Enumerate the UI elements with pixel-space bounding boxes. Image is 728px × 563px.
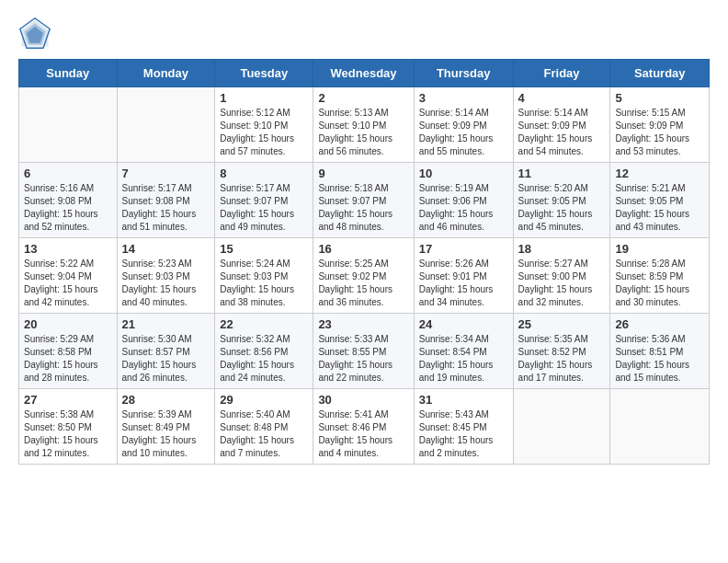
calendar-cell: 31Sunrise: 5:43 AMSunset: 8:45 PMDayligh… xyxy=(414,389,513,465)
calendar-cell: 29Sunrise: 5:40 AMSunset: 8:48 PMDayligh… xyxy=(215,389,313,465)
calendar-cell: 12Sunrise: 5:21 AMSunset: 9:05 PMDayligh… xyxy=(610,163,710,238)
day-number: 15 xyxy=(220,242,308,256)
day-number: 7 xyxy=(122,167,210,180)
day-info: Sunrise: 5:18 AMSunset: 9:07 PMDaylight:… xyxy=(318,182,408,234)
day-number: 29 xyxy=(220,393,308,407)
day-info: Sunrise: 5:33 AMSunset: 8:55 PMDaylight:… xyxy=(318,333,408,385)
day-number: 22 xyxy=(220,317,308,331)
day-info: Sunrise: 5:26 AMSunset: 9:01 PMDaylight:… xyxy=(419,258,508,309)
day-number: 31 xyxy=(419,393,508,407)
calendar-cell: 28Sunrise: 5:39 AMSunset: 8:49 PMDayligh… xyxy=(117,389,215,465)
calendar-cell: 14Sunrise: 5:23 AMSunset: 9:03 PMDayligh… xyxy=(117,238,215,314)
day-info: Sunrise: 5:43 AMSunset: 8:45 PMDaylight:… xyxy=(419,408,508,460)
calendar-cell: 22Sunrise: 5:32 AMSunset: 8:56 PMDayligh… xyxy=(215,314,313,389)
calendar-cell xyxy=(19,87,118,163)
calendar-cell: 26Sunrise: 5:36 AMSunset: 8:51 PMDayligh… xyxy=(610,314,710,389)
day-info: Sunrise: 5:22 AMSunset: 9:04 PMDaylight:… xyxy=(24,258,112,309)
day-number: 2 xyxy=(318,91,408,105)
day-info: Sunrise: 5:24 AMSunset: 9:03 PMDaylight:… xyxy=(220,258,308,309)
calendar-week-row: 6Sunrise: 5:16 AMSunset: 9:08 PMDaylight… xyxy=(19,163,710,238)
day-number: 5 xyxy=(615,91,704,105)
day-info: Sunrise: 5:25 AMSunset: 9:02 PMDaylight:… xyxy=(318,258,408,309)
day-number: 1 xyxy=(220,91,308,105)
day-number: 13 xyxy=(24,242,112,256)
day-info: Sunrise: 5:12 AMSunset: 9:10 PMDaylight:… xyxy=(220,107,308,158)
calendar-cell: 11Sunrise: 5:20 AMSunset: 9:05 PMDayligh… xyxy=(513,163,610,238)
day-number: 20 xyxy=(24,317,112,331)
day-number: 30 xyxy=(318,393,408,407)
day-number: 10 xyxy=(419,167,508,180)
calendar-cell: 2Sunrise: 5:13 AMSunset: 9:10 PMDaylight… xyxy=(313,87,414,163)
calendar-cell xyxy=(610,389,710,465)
calendar-week-row: 27Sunrise: 5:38 AMSunset: 8:50 PMDayligh… xyxy=(19,389,710,465)
day-info: Sunrise: 5:35 AMSunset: 8:52 PMDaylight:… xyxy=(518,333,606,385)
calendar-cell: 3Sunrise: 5:14 AMSunset: 9:09 PMDaylight… xyxy=(414,87,513,163)
calendar-cell: 9Sunrise: 5:18 AMSunset: 9:07 PMDaylight… xyxy=(313,163,414,238)
calendar-cell: 5Sunrise: 5:15 AMSunset: 9:09 PMDaylight… xyxy=(610,87,710,163)
calendar-cell: 16Sunrise: 5:25 AMSunset: 9:02 PMDayligh… xyxy=(313,238,414,314)
calendar-cell: 15Sunrise: 5:24 AMSunset: 9:03 PMDayligh… xyxy=(215,238,313,314)
calendar-week-row: 1Sunrise: 5:12 AMSunset: 9:10 PMDaylight… xyxy=(19,87,710,163)
calendar-cell: 20Sunrise: 5:29 AMSunset: 8:58 PMDayligh… xyxy=(19,314,118,389)
calendar-cell: 18Sunrise: 5:27 AMSunset: 9:00 PMDayligh… xyxy=(513,238,610,314)
calendar-header-sunday: Sunday xyxy=(19,60,118,87)
calendar-cell: 23Sunrise: 5:33 AMSunset: 8:55 PMDayligh… xyxy=(313,314,414,389)
day-info: Sunrise: 5:14 AMSunset: 9:09 PMDaylight:… xyxy=(419,107,508,158)
day-info: Sunrise: 5:20 AMSunset: 9:05 PMDaylight:… xyxy=(518,182,606,234)
day-info: Sunrise: 5:14 AMSunset: 9:09 PMDaylight:… xyxy=(518,107,606,158)
calendar-header-tuesday: Tuesday xyxy=(215,60,313,87)
calendar-cell: 19Sunrise: 5:28 AMSunset: 8:59 PMDayligh… xyxy=(610,238,710,314)
calendar-cell xyxy=(117,87,215,163)
day-info: Sunrise: 5:28 AMSunset: 8:59 PMDaylight:… xyxy=(615,258,704,309)
calendar-cell: 17Sunrise: 5:26 AMSunset: 9:01 PMDayligh… xyxy=(414,238,513,314)
calendar-cell: 13Sunrise: 5:22 AMSunset: 9:04 PMDayligh… xyxy=(19,238,118,314)
calendar-header-thursday: Thursday xyxy=(414,60,513,87)
calendar-cell: 10Sunrise: 5:19 AMSunset: 9:06 PMDayligh… xyxy=(414,163,513,238)
calendar-cell: 7Sunrise: 5:17 AMSunset: 9:08 PMDaylight… xyxy=(117,163,215,238)
day-info: Sunrise: 5:38 AMSunset: 8:50 PMDaylight:… xyxy=(24,408,112,460)
calendar-cell: 30Sunrise: 5:41 AMSunset: 8:46 PMDayligh… xyxy=(313,389,414,465)
calendar-header-friday: Friday xyxy=(513,60,610,87)
day-number: 12 xyxy=(615,167,704,180)
day-number: 16 xyxy=(318,242,408,256)
day-info: Sunrise: 5:21 AMSunset: 9:05 PMDaylight:… xyxy=(615,182,704,234)
calendar-header-row: SundayMondayTuesdayWednesdayThursdayFrid… xyxy=(19,60,710,87)
calendar-cell xyxy=(513,389,610,465)
calendar-table: SundayMondayTuesdayWednesdayThursdayFrid… xyxy=(18,59,710,465)
day-info: Sunrise: 5:19 AMSunset: 9:06 PMDaylight:… xyxy=(419,182,508,234)
day-info: Sunrise: 5:32 AMSunset: 8:56 PMDaylight:… xyxy=(220,333,308,385)
day-number: 4 xyxy=(518,91,606,105)
day-info: Sunrise: 5:40 AMSunset: 8:48 PMDaylight:… xyxy=(220,408,308,460)
day-number: 26 xyxy=(615,317,704,331)
day-number: 3 xyxy=(419,91,508,105)
day-number: 19 xyxy=(615,242,704,256)
day-info: Sunrise: 5:16 AMSunset: 9:08 PMDaylight:… xyxy=(24,182,112,234)
logo xyxy=(18,17,55,50)
day-info: Sunrise: 5:17 AMSunset: 9:08 PMDaylight:… xyxy=(122,182,210,234)
calendar-cell: 24Sunrise: 5:34 AMSunset: 8:54 PMDayligh… xyxy=(414,314,513,389)
day-number: 18 xyxy=(518,242,606,256)
calendar-cell: 27Sunrise: 5:38 AMSunset: 8:50 PMDayligh… xyxy=(19,389,118,465)
day-info: Sunrise: 5:41 AMSunset: 8:46 PMDaylight:… xyxy=(318,408,408,460)
day-number: 23 xyxy=(318,317,408,331)
day-number: 17 xyxy=(419,242,508,256)
day-info: Sunrise: 5:17 AMSunset: 9:07 PMDaylight:… xyxy=(220,182,308,234)
calendar-cell: 4Sunrise: 5:14 AMSunset: 9:09 PMDaylight… xyxy=(513,87,610,163)
calendar-header-wednesday: Wednesday xyxy=(313,60,414,87)
page: SundayMondayTuesdayWednesdayThursdayFrid… xyxy=(0,0,728,481)
calendar-week-row: 13Sunrise: 5:22 AMSunset: 9:04 PMDayligh… xyxy=(19,238,710,314)
day-info: Sunrise: 5:34 AMSunset: 8:54 PMDaylight:… xyxy=(419,333,508,385)
day-info: Sunrise: 5:23 AMSunset: 9:03 PMDaylight:… xyxy=(122,258,210,309)
day-info: Sunrise: 5:13 AMSunset: 9:10 PMDaylight:… xyxy=(318,107,408,158)
day-number: 21 xyxy=(122,317,210,331)
day-number: 24 xyxy=(419,317,508,331)
day-number: 9 xyxy=(318,167,408,180)
calendar-cell: 21Sunrise: 5:30 AMSunset: 8:57 PMDayligh… xyxy=(117,314,215,389)
calendar-header-monday: Monday xyxy=(117,60,215,87)
day-info: Sunrise: 5:29 AMSunset: 8:58 PMDaylight:… xyxy=(24,333,112,385)
day-info: Sunrise: 5:30 AMSunset: 8:57 PMDaylight:… xyxy=(122,333,210,385)
day-number: 6 xyxy=(24,167,112,180)
day-number: 25 xyxy=(518,317,606,331)
calendar-cell: 8Sunrise: 5:17 AMSunset: 9:07 PMDaylight… xyxy=(215,163,313,238)
day-number: 14 xyxy=(122,242,210,256)
